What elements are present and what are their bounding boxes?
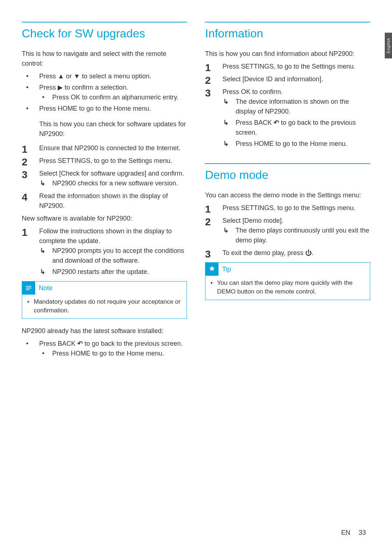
nav-bullet-list: Press ▲ or ▼ to select a menu option. Pr… [22, 71, 187, 114]
step-text: Select [Check for software upgrades] and… [39, 170, 184, 177]
sub-bullet-item: Press HOME to go to the Home menu. [39, 349, 187, 358]
steps-list-b: Follow the instructions shown in the dis… [22, 226, 187, 277]
step-item: Select [Device ID and information]. [205, 74, 370, 84]
step-item: To exit the demo play, press ⏻. [205, 248, 370, 258]
step-item: Select [Demo mode]. The demo plays conti… [205, 216, 370, 245]
info-intro: This is how you can find information abo… [205, 49, 370, 59]
sub-bullet-item: Press OK to confirm an alphanumeric entr… [39, 93, 187, 102]
section-title-sw-upgrades: Check for SW upgrades [22, 22, 187, 40]
left-column: Check for SW upgrades This is how to nav… [22, 22, 187, 364]
callout-header: Tip [205, 263, 370, 276]
intro-text: This is how to navigate and select with … [22, 49, 187, 69]
bullet-text-pre: Press BACK [39, 340, 77, 347]
tip-icon [205, 263, 219, 276]
bullet-item: Press BACK ↶ to go back to the previous … [22, 339, 187, 358]
footer-lang: EN [341, 529, 350, 536]
back-icon: ↶ [274, 118, 279, 128]
note-callout: Note Mandatory updates do not require yo… [22, 281, 187, 319]
result-item: NP2900 restarts after the update. [39, 267, 187, 277]
step-text: Press OK to confirm. [222, 88, 283, 95]
note-title: Note [39, 284, 53, 292]
bullet-text: Press ▶ to confirm a selection. [39, 84, 128, 91]
section-title-information: Information [205, 22, 370, 40]
step-item: Follow the instructions shown in the dis… [22, 226, 187, 277]
language-tab: English [385, 33, 392, 58]
svg-rect-0 [26, 286, 32, 287]
result-item: NP2900 prompts you to accept the conditi… [39, 246, 187, 266]
info-steps-list: Press SETTINGS, to go to the Settings me… [205, 62, 370, 149]
step-item: Press SETTINGS, to go to the Settings me… [205, 62, 370, 71]
result-item: Press HOME to go to the Home menu. [222, 139, 370, 149]
callout-body: Mandatory updates do not require your ac… [22, 295, 187, 319]
bullet-item: Press ▲ or ▼ to select a menu option. [22, 71, 187, 81]
callout-header: Note [22, 282, 187, 295]
bullet-item: Press HOME to go to the Home menu. [22, 104, 187, 114]
tip-body-text: You can start the demo play more quickly… [211, 279, 365, 296]
callout-body: You can start the demo play more quickly… [205, 276, 370, 300]
steps-list-a: Ensure that NP2900 is connected to the I… [22, 143, 187, 211]
demo-intro: You can access the demo mode in the Sett… [205, 190, 370, 200]
svg-rect-2 [26, 290, 29, 290]
tip-title: Tip [222, 266, 231, 273]
latest-bullet-list: Press BACK ↶ to go back to the previous … [22, 339, 187, 358]
tip-callout: Tip You can start the demo play more qui… [205, 262, 370, 300]
step-text: Follow the instructions shown in the dis… [39, 227, 172, 245]
result-text-pre: Press BACK [236, 119, 274, 126]
already-latest-text: NP2900 already has the latest software i… [22, 326, 187, 336]
section-title-demo: Demo mode [205, 163, 370, 182]
back-icon: ↶ [77, 339, 83, 349]
svg-rect-1 [26, 288, 32, 288]
result-item: Press BACK ↶ to go back to the previous … [222, 118, 370, 138]
step-item: Select [Check for software upgrades] and… [22, 169, 187, 188]
step-item: Press SETTINGS, to go to the Settings me… [22, 156, 187, 166]
check-intro: This is how you can check for software u… [22, 119, 187, 139]
note-body-text: Mandatory updates do not require your ac… [27, 297, 181, 315]
new-sw-text: New software is available for NP2900: [22, 214, 187, 223]
footer-page-number: 33 [359, 529, 366, 536]
right-column: Information This is how you can find inf… [205, 22, 370, 364]
demo-steps-list: Press SETTINGS, to go to the Settings me… [205, 203, 370, 258]
bullet-text-post: to go back to the previous screen. [83, 340, 183, 347]
result-item: NP2900 checks for a new software version… [39, 178, 187, 188]
note-icon [22, 282, 35, 295]
bullet-item: Press ▶ to confirm a selection. Press OK… [22, 83, 187, 102]
step-item: Read the information shown in the displa… [22, 191, 187, 211]
result-item: The demo plays continuously until you ex… [222, 226, 370, 245]
page-footer: EN 33 [341, 529, 366, 537]
step-item: Press OK to confirm. The device informat… [205, 87, 370, 149]
step-text: Select [Demo mode]. [222, 217, 283, 224]
step-item: Press SETTINGS, to go to the Settings me… [205, 203, 370, 213]
step-item: Ensure that NP2900 is connected to the I… [22, 143, 187, 153]
result-item: The device information is shown on the d… [222, 97, 370, 116]
content-columns: Check for SW upgrades This is how to nav… [22, 22, 370, 364]
